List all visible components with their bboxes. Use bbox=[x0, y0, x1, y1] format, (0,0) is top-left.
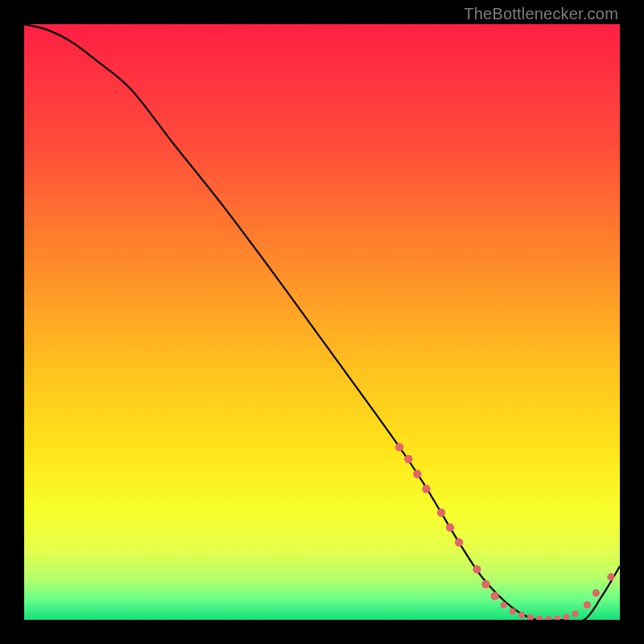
data-marker bbox=[413, 470, 421, 478]
data-marker bbox=[572, 611, 579, 617]
data-marker bbox=[536, 616, 543, 621]
data-marker bbox=[481, 580, 489, 588]
data-marker bbox=[473, 565, 481, 573]
data-marker bbox=[510, 609, 516, 615]
data-marker bbox=[404, 455, 412, 463]
data-marker bbox=[455, 539, 463, 547]
data-marker bbox=[518, 612, 525, 618]
data-marker bbox=[545, 616, 551, 620]
data-marker bbox=[446, 523, 454, 531]
chart-root: TheBottlenecker.com bbox=[0, 0, 644, 644]
data-marker bbox=[501, 602, 507, 609]
data-marker bbox=[527, 614, 534, 620]
bottleneck-curve bbox=[24, 24, 620, 620]
data-marker bbox=[592, 589, 600, 597]
data-marker bbox=[554, 616, 560, 621]
data-marker bbox=[437, 509, 445, 517]
attribution-label: TheBottlenecker.com bbox=[464, 5, 618, 23]
data-marker bbox=[490, 592, 498, 600]
plot-area bbox=[24, 24, 620, 620]
data-marker bbox=[395, 443, 403, 451]
curve-layer bbox=[24, 24, 620, 620]
data-marker bbox=[584, 601, 591, 609]
data-marker bbox=[607, 573, 614, 580]
data-marker bbox=[422, 485, 430, 493]
data-marker bbox=[563, 613, 569, 620]
curve-markers bbox=[395, 443, 615, 620]
